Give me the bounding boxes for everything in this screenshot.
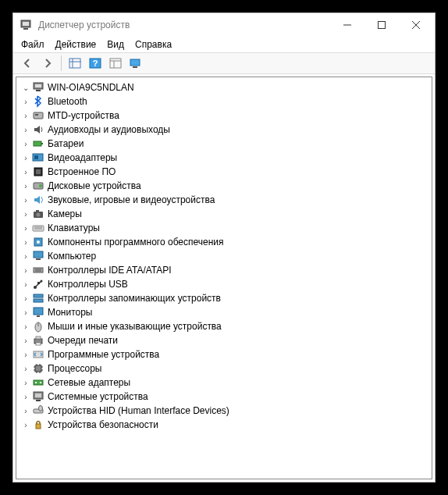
titlebar: Диспетчер устройств: [13, 13, 435, 37]
svg-rect-16: [133, 66, 137, 68]
close-button[interactable]: [399, 13, 433, 37]
scan-hardware-button[interactable]: [126, 55, 145, 72]
device-category[interactable]: ›Встроенное ПО: [18, 165, 430, 179]
device-label: Устройства HID (Human Interface Devices): [48, 405, 229, 416]
mtd-icon: [32, 109, 44, 122]
svg-rect-25: [34, 155, 38, 159]
firmware-icon: [32, 166, 44, 178]
chevron-right-icon[interactable]: ›: [21, 392, 30, 401]
properties-button[interactable]: [106, 55, 125, 72]
chevron-down-icon[interactable]: ⌄: [21, 83, 30, 92]
chevron-right-icon[interactable]: ›: [21, 153, 30, 162]
chevron-right-icon[interactable]: ›: [21, 237, 30, 247]
svg-rect-46: [37, 282, 40, 284]
chevron-right-icon[interactable]: ›: [21, 181, 30, 191]
device-category[interactable]: ›Bluetooth: [18, 94, 430, 109]
chevron-right-icon[interactable]: ›: [21, 195, 30, 205]
bluetooth-icon: [32, 95, 44, 108]
chevron-right-icon[interactable]: ›: [21, 111, 30, 120]
svg-rect-49: [34, 308, 43, 315]
window-title: Диспетчер устройств: [38, 20, 330, 30]
device-category[interactable]: ›Контроллеры USB: [18, 277, 430, 291]
device-category[interactable]: ›Дисковые устройства: [18, 179, 430, 193]
svg-rect-57: [35, 365, 41, 372]
show-hide-tree-button[interactable]: [66, 55, 84, 72]
device-category[interactable]: ›Звуковые, игровые и видеоустройства: [18, 193, 430, 207]
menu-view[interactable]: Вид: [107, 39, 124, 50]
minimize-button[interactable]: [330, 13, 364, 37]
device-label: Процессоры: [48, 363, 102, 374]
svg-rect-4: [379, 22, 386, 29]
svg-rect-54: [36, 337, 41, 339]
chevron-right-icon[interactable]: ›: [21, 322, 30, 331]
chevron-right-icon[interactable]: ›: [21, 97, 30, 106]
nav-forward-button[interactable]: [38, 55, 57, 72]
device-category[interactable]: ›MTD-устройства: [18, 109, 430, 123]
device-category[interactable]: ›Батареи: [18, 137, 430, 151]
chevron-right-icon[interactable]: ›: [21, 420, 30, 429]
chevron-right-icon[interactable]: ›: [21, 167, 30, 176]
device-category[interactable]: ›Мониторы: [18, 305, 430, 319]
svg-rect-70: [35, 394, 41, 397]
device-category[interactable]: ›Программные устройства: [18, 347, 430, 361]
device-label: Встроенное ПО: [48, 166, 116, 177]
device-label: Контроллеры USB: [48, 279, 128, 290]
svg-text:?: ?: [93, 59, 98, 68]
ide-icon: [32, 264, 44, 276]
chevron-right-icon[interactable]: ›: [21, 308, 30, 317]
device-category[interactable]: ›Устройства HID (Human Interface Devices…: [18, 404, 430, 418]
svg-rect-48: [34, 299, 43, 302]
device-category[interactable]: ›Системные устройства: [18, 390, 430, 404]
device-category[interactable]: ›Контроллеры IDE ATA/ATAPI: [18, 263, 430, 277]
device-label: Контроллеры IDE ATA/ATAPI: [48, 265, 172, 276]
chevron-right-icon[interactable]: ›: [21, 378, 30, 387]
svg-rect-7: [69, 59, 80, 68]
menu-help[interactable]: Справка: [135, 39, 172, 50]
device-category[interactable]: ›Компоненты программного обеспечения: [18, 235, 430, 249]
svg-rect-21: [35, 114, 38, 116]
device-category[interactable]: ›Аудиовходы и аудиовыходы: [18, 123, 430, 137]
help-button[interactable]: ?: [86, 55, 105, 72]
menu-action[interactable]: Действие: [55, 39, 97, 50]
chevron-right-icon[interactable]: ›: [21, 350, 30, 359]
device-category[interactable]: ›Устройства безопасности: [18, 418, 430, 432]
device-category[interactable]: ›Камеры: [18, 207, 430, 221]
device-label: Программные устройства: [48, 349, 159, 360]
chevron-right-icon[interactable]: ›: [21, 139, 30, 148]
chevron-right-icon[interactable]: ›: [21, 280, 30, 289]
chevron-right-icon[interactable]: ›: [21, 294, 30, 303]
menu-file[interactable]: Файл: [21, 39, 44, 50]
svg-point-37: [37, 240, 40, 244]
tree-root-node[interactable]: ⌄WIN-OIA9C5NDLAN: [18, 80, 430, 94]
chevron-right-icon[interactable]: ›: [21, 265, 30, 275]
maximize-button[interactable]: [364, 13, 399, 37]
chevron-right-icon[interactable]: ›: [21, 251, 30, 261]
device-category[interactable]: ›Сетевые адаптеры: [18, 376, 430, 390]
chevron-right-icon[interactable]: ›: [21, 406, 30, 415]
device-category[interactable]: ›Очереди печати: [18, 333, 430, 347]
device-category[interactable]: ›Клавиатуры: [18, 221, 430, 235]
device-label: Контроллеры запоминающих устройств: [48, 293, 221, 304]
device-category[interactable]: ›Процессоры: [18, 361, 430, 376]
chevron-right-icon[interactable]: ›: [21, 209, 30, 219]
device-label: Компьютер: [48, 251, 96, 262]
chevron-right-icon[interactable]: ›: [21, 125, 30, 134]
printer-icon: [32, 334, 44, 347]
keyboard-icon: [32, 222, 44, 234]
svg-rect-40: [34, 268, 43, 272]
device-category[interactable]: ›Видеоадаптеры: [18, 151, 430, 165]
device-category[interactable]: ›Контроллеры запоминающих устройств: [18, 291, 430, 305]
svg-rect-47: [34, 294, 43, 297]
chevron-right-icon[interactable]: ›: [21, 336, 30, 345]
device-label: Сетевые адаптеры: [48, 377, 130, 388]
svg-point-29: [39, 184, 42, 187]
device-tree[interactable]: ⌄WIN-OIA9C5NDLAN›Bluetooth›MTD-устройств…: [16, 77, 432, 479]
device-label: MTD-устройства: [48, 110, 119, 121]
device-category[interactable]: ›Компьютер: [18, 249, 430, 263]
chevron-right-icon[interactable]: ›: [21, 364, 30, 373]
device-category[interactable]: ›Мыши и иные указывающие устройства: [18, 319, 430, 333]
nav-back-button[interactable]: [18, 55, 37, 72]
audio-icon: [32, 123, 44, 136]
device-label: Устройства безопасности: [48, 419, 158, 430]
chevron-right-icon[interactable]: ›: [21, 223, 30, 233]
